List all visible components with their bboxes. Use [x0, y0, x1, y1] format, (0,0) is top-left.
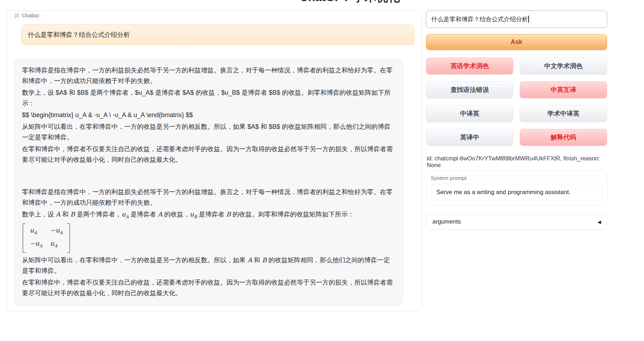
quick-button-7[interactable]: 英译中 — [426, 129, 513, 146]
system-prompt-value: Serve me as a writing and programming as… — [436, 189, 571, 196]
matrix-cell: −uA — [30, 238, 42, 251]
bot-paragraph-with-math: 数学上，设 A 和 B 是两个博弈者，uA 是博弈者 A 的收益，uB 是博弈者… — [22, 209, 395, 222]
page-title-partial: ChatGPT 学术优化 — [291, 0, 408, 4]
message-section-gap — [22, 166, 395, 187]
quick-button-8[interactable]: 解释代码 — [520, 129, 607, 146]
quick-button-4[interactable]: 中英互译 — [520, 81, 607, 98]
bot-paragraph-latex-source: $$ \begin{bmatrix} u_A & -u_A \ -u_A & u… — [22, 110, 395, 120]
user-message-text: 什么是零和博弈？结合公式介绍分析 — [28, 31, 130, 38]
quick-actions-grid: 英语学术润色中文学术润色查找语法错误中英互译中译英学术中译英英译中解释代码 — [426, 57, 607, 146]
chat-message-list: 什么是零和博弈？结合公式介绍分析 零和博弈是指在博弈中，一方的利益损失必然等于另… — [7, 10, 421, 311]
quick-button-3[interactable]: 查找语法错误 — [426, 81, 513, 98]
system-prompt-input[interactable]: Serve me as a writing and programming as… — [431, 184, 602, 201]
system-prompt-label: System prompt — [431, 175, 602, 181]
bot-paragraph: 数学上，设 $A$ 和 $B$ 是两个博弈者，$u_A$ 是博弈者 $A$ 的收… — [22, 87, 395, 109]
quick-button-2[interactable]: 中文学术润色 — [520, 57, 607, 75]
matrix-cells: uA−uA−uAuA — [26, 224, 67, 253]
status-line: id: chatcmpl-6wOo7KrYTwMl89lbrMWRu4UkFFX… — [427, 155, 607, 169]
accordion-label: arguments — [432, 218, 461, 225]
prompt-input[interactable]: 什么是零和博弈？结合公式介绍分析 — [426, 11, 607, 28]
chatbot-panel: Chatbot 什么是零和博弈？结合公式介绍分析 零和博弈是指在博弈中，一方的利… — [7, 10, 422, 311]
arguments-accordion[interactable]: arguments ◀ — [426, 214, 607, 230]
bot-paragraph-with-math: 从矩阵中可以看出，在零和博弈中，一方的收益是另一方的相反数。所以，如果 A 和 … — [22, 255, 395, 276]
bot-paragraph: 零和博弈是指在博弈中，一方的利益损失必然等于另一方的利益增益。换言之，对于每一种… — [22, 187, 395, 208]
bot-message-bubble: 零和博弈是指在博弈中，一方的利益损失必然等于另一方的利益增益。换言之，对于每一种… — [15, 59, 403, 306]
bot-paragraph: 在零和博弈中，博弈者不仅要关注自己的收益，还需要考虑对手的收益。因为一方取得的收… — [22, 277, 395, 298]
bot-paragraph: 在零和博弈中，博弈者不仅要关注自己的收益，还需要考虑对手的收益。因为一方取得的收… — [22, 144, 395, 165]
ask-button[interactable]: Ask — [426, 34, 607, 50]
user-message-bubble: 什么是零和博弈？结合公式介绍分析 — [21, 24, 414, 45]
page-title-clip: ChatGPT 学术优化 — [291, 0, 408, 4]
bot-paragraph: 从矩阵中可以看出，在零和博弈中，一方的收益是另一方的相反数。所以，如果 $A$ … — [22, 121, 395, 143]
matrix-cell: −uA — [50, 225, 62, 238]
system-prompt-panel: System prompt Serve me as a writing and … — [426, 171, 607, 206]
payoff-matrix-formula: uA−uA−uAuA — [23, 224, 70, 253]
quick-button-6[interactable]: 学术中译英 — [520, 105, 607, 122]
matrix-right-bracket — [67, 224, 70, 253]
text-cursor — [528, 16, 529, 23]
quick-button-1[interactable]: 英语学术润色 — [426, 57, 513, 75]
app: ChatGPT 学术优化 Chatbot 什么是零和博弈？结合公式介绍分析 零和… — [0, 0, 644, 341]
collapse-triangle-icon: ◀ — [597, 219, 601, 225]
quick-button-5[interactable]: 中译英 — [426, 105, 513, 122]
bot-paragraph: 零和博弈是指在博弈中，一方的利益损失必然等于另一方的利益增益。换言之，对于每一种… — [22, 65, 395, 86]
matrix-cell: uA — [30, 225, 42, 238]
matrix-left-bracket — [23, 224, 26, 253]
matrix-cell: uA — [50, 238, 62, 251]
prompt-input-value: 什么是零和博弈？结合公式介绍分析 — [431, 15, 528, 23]
